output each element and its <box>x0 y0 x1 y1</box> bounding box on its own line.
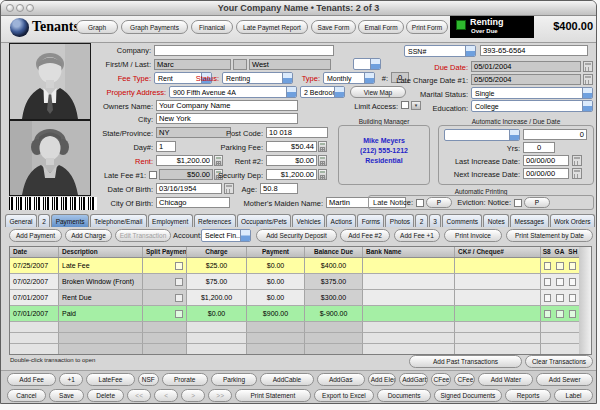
add-fee1-button[interactable]: Add Fee +1 <box>394 229 440 242</box>
s8-ga-sh-checkboxes[interactable] <box>544 306 576 321</box>
table-row-late-fee[interactable]: 07/25/2007 Late Fee $25.00 $0.00 $400.00 <box>10 258 580 274</box>
table-scrollbar[interactable] <box>579 246 592 355</box>
eviction-print-button[interactable]: P <box>524 197 550 208</box>
tab-work-orders[interactable]: Work Orders <box>550 214 595 227</box>
cancel-button[interactable]: Cancel <box>7 389 46 402</box>
add-payment-button[interactable]: Add Payment <box>9 229 62 242</box>
tab-references[interactable]: References <box>194 214 236 227</box>
split-payment-checkbox[interactable] <box>175 262 183 270</box>
next-record-button[interactable]: > <box>181 389 205 402</box>
eviction-notice-checkbox[interactable] <box>514 199 522 207</box>
tab-forms[interactable]: Forms <box>357 214 384 227</box>
rent2-field[interactable]: $0.00 <box>266 155 317 166</box>
dob-field[interactable]: 03/16/1954 <box>156 183 222 194</box>
tab-actions[interactable]: Actions <box>326 214 356 227</box>
tab-photos-3[interactable]: 3 <box>429 214 441 227</box>
late-fee1-checkbox[interactable] <box>149 171 157 179</box>
split-payment-checkbox[interactable] <box>175 294 183 302</box>
add-electric-button[interactable]: Add Electric <box>368 373 396 386</box>
auto-increase-dropdown[interactable] <box>444 129 520 141</box>
add-gas-button[interactable]: AddGas <box>317 373 365 386</box>
day-field[interactable]: 1 <box>156 141 176 152</box>
print-statement-by-date-button[interactable]: Print Statement by Date <box>506 229 593 242</box>
parking-calculator-icon[interactable] <box>318 141 327 152</box>
window-close-button[interactable] <box>6 4 14 12</box>
table-row-rent-due[interactable]: 07/01/2007 Rent Due $1,200.00 $0.00 $300… <box>10 290 580 306</box>
table-row-paid[interactable]: 07/01/2007 Paid $0.00 $900.00 $-900.00 <box>10 306 580 322</box>
age-field[interactable]: 50.8 <box>260 183 298 194</box>
name-suffix-dropdown[interactable] <box>353 58 381 70</box>
education-dropdown[interactable]: College <box>471 100 593 112</box>
late-payment-report-button[interactable]: Late Paymet Report <box>236 20 308 34</box>
table-row-empty[interactable] <box>10 333 580 344</box>
tab-employment[interactable]: Employment <box>148 214 193 227</box>
rent2-calculator-icon[interactable] <box>318 155 327 166</box>
split-payment-checkbox[interactable] <box>175 310 183 318</box>
reports-button[interactable]: Reports <box>505 389 551 402</box>
last-name-field[interactable]: West <box>249 59 331 70</box>
tab-telephone-email[interactable]: Telephone/Email <box>90 214 147 227</box>
last-increase-field[interactable]: 00/00/00 <box>523 155 569 166</box>
bedrooms-dropdown[interactable]: 2 Bedrooms <box>300 86 345 98</box>
tab-general-2[interactable]: 2 <box>38 214 50 227</box>
add-security-deposit-button[interactable]: Add Security Deposit <box>256 229 337 242</box>
add-water-button[interactable]: Add Water <box>478 373 533 386</box>
add-charge-button[interactable]: Add Charge <box>65 229 112 242</box>
post-code-field[interactable]: 10 018 <box>266 127 328 138</box>
print-invoice-button[interactable]: Print Invoice <box>444 229 502 242</box>
due-date-field[interactable]: 05/01/2004 <box>471 61 581 72</box>
late-fee-button[interactable]: LateFee <box>86 373 135 386</box>
table-row-empty[interactable] <box>10 322 580 333</box>
ssn-selector-dropdown[interactable]: SSN# <box>404 45 476 57</box>
tab-notes[interactable]: Notes <box>483 214 509 227</box>
cfee1-button[interactable]: CFee1 <box>431 373 452 386</box>
save-form-button[interactable]: Save Form <box>311 20 356 34</box>
limit-access-checkbox[interactable] <box>401 101 409 109</box>
delete-button[interactable]: Delete <box>87 389 124 402</box>
first-name-field[interactable]: Marc <box>154 59 231 70</box>
cfee2-button[interactable]: CFee2 <box>454 373 475 386</box>
parking-fee-field[interactable]: $50.44 <box>266 141 317 152</box>
type-dropdown[interactable]: Monthly <box>323 72 375 84</box>
add-fee2-button[interactable]: Add Fee #2 <box>340 229 390 242</box>
email-form-button[interactable]: Email Form <box>358 20 404 34</box>
company-field[interactable] <box>154 45 334 56</box>
add-past-transactions-button[interactable]: Add Past Transactions <box>409 355 522 368</box>
security-dep-calculator-icon[interactable] <box>318 169 327 180</box>
city-field[interactable]: New York <box>156 113 298 124</box>
view-map-button[interactable]: View Map <box>350 86 406 98</box>
export-to-excel-button[interactable]: Export to Excel <box>314 389 375 402</box>
print-form-button[interactable]: Print Form <box>406 20 448 34</box>
parking-button[interactable]: Parking <box>211 373 258 386</box>
middle-name-field[interactable] <box>233 59 247 70</box>
signed-documents-button[interactable]: Signed Documents <box>434 389 502 402</box>
add-garbage-button[interactable]: AddGarbage <box>399 373 427 386</box>
tab-payments[interactable]: Payments <box>51 214 89 227</box>
tab-messages[interactable]: Messages <box>510 214 548 227</box>
status-dropdown[interactable]: Renting <box>222 72 293 84</box>
last-record-button[interactable]: >> <box>208 389 232 402</box>
previous-record-button[interactable]: < <box>154 389 178 402</box>
late-notice-checkbox[interactable] <box>416 199 424 207</box>
last-increase-calendar-icon[interactable] <box>572 155 582 166</box>
prorate-button[interactable]: Prorate <box>162 373 208 386</box>
clear-transactions-button[interactable]: Clear Transactions <box>525 355 593 368</box>
next-increase-calendar-icon[interactable] <box>572 168 582 179</box>
print-statement-button[interactable]: Print Statement <box>235 389 310 402</box>
s8-ga-sh-checkboxes[interactable] <box>544 258 576 273</box>
tenant-photo-2[interactable] <box>9 120 91 196</box>
yrs-field[interactable]: 0 <box>523 142 555 153</box>
window-zoom-button[interactable] <box>26 4 34 12</box>
tab-photos-2[interactable]: 2 <box>415 214 427 227</box>
tenant-photo-1[interactable] <box>9 43 91 120</box>
owners-name-field[interactable]: Your Company Name <box>156 100 298 111</box>
table-row-empty[interactable] <box>10 344 580 354</box>
nsf-button[interactable]: NSF <box>138 373 159 386</box>
first-record-button[interactable]: << <box>127 389 151 402</box>
window-minimize-button[interactable] <box>16 4 24 12</box>
tab-photos[interactable]: Photos <box>385 214 414 227</box>
tab-occupants-pets[interactable]: Occupants/Pets <box>237 214 292 227</box>
due-date-calendar-icon[interactable] <box>583 61 593 72</box>
s8-ga-sh-checkboxes[interactable] <box>544 290 576 305</box>
property-address-dropdown[interactable]: 900 Fifth Avenue 4A <box>169 86 297 98</box>
